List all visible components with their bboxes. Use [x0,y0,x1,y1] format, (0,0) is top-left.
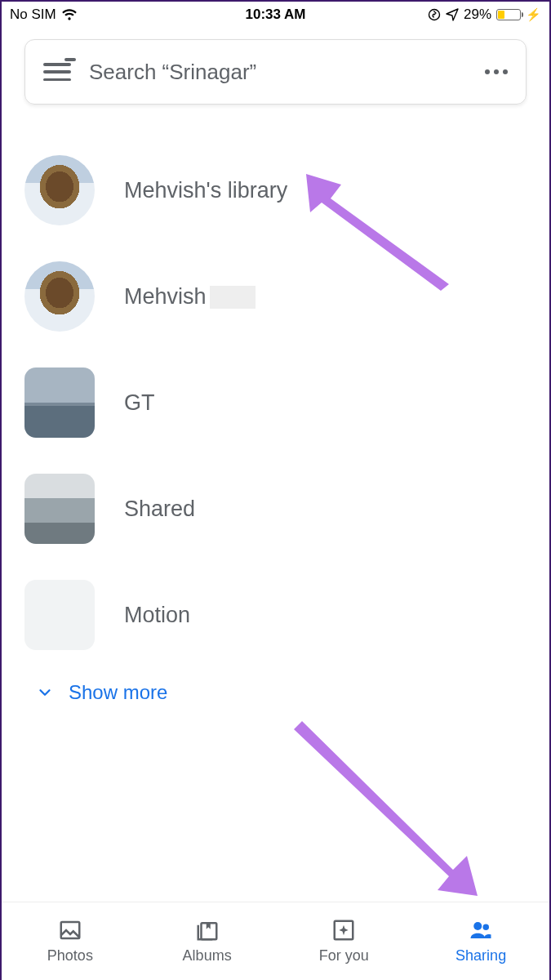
tab-label: Albums [183,947,232,964]
battery-icon [496,9,521,20]
list-item[interactable]: GT [24,350,527,456]
album-thumbnail [24,474,95,544]
status-right: 29% ⚡ [428,7,541,23]
svg-point-5 [483,924,490,931]
avatar [24,155,95,225]
list-item-label: Mehvish's library [124,178,287,203]
photos-icon [58,918,82,942]
search-placeholder[interactable]: Search “Srinagar” [89,60,467,85]
tab-albums[interactable]: Albums [139,902,276,980]
album-thumbnail [24,580,95,650]
hamburger-menu-icon[interactable] [43,63,71,81]
avatar [24,261,95,332]
list-item-label: GT [124,390,155,416]
location-icon [446,8,459,21]
albums-icon [195,918,220,942]
show-more-label: Show more [69,681,167,704]
search-bar[interactable]: Search “Srinagar” [24,39,527,105]
sharing-icon [469,918,493,942]
annotation-arrow-icon [286,715,490,902]
show-more-button[interactable]: Show more [24,673,527,712]
more-options-icon[interactable] [485,69,508,74]
search-bar-container: Search “Srinagar” [2,28,549,113]
status-left: No SIM [10,7,78,23]
status-time: 10:33 AM [245,7,305,23]
list-item[interactable]: Shared [24,456,527,562]
tab-photos[interactable]: Photos [2,902,139,980]
wifi-icon [61,8,78,21]
status-bar: No SIM 10:33 AM 29% ⚡ [2,2,549,28]
redacted-text [210,286,256,309]
tab-label: For you [319,947,369,964]
list-item[interactable]: Motion [24,562,527,668]
tab-for-you[interactable]: For you [276,902,413,980]
list-item[interactable]: Mehvish's library [24,137,527,243]
rotation-lock-icon [428,8,441,21]
chevron-down-icon [36,684,54,702]
tab-label: Sharing [455,947,506,964]
album-thumbnail [24,368,95,438]
charging-icon: ⚡ [526,7,541,22]
list-item[interactable]: Mehvish [24,243,527,350]
list-item-label: Shared [124,497,195,522]
svg-point-4 [473,922,482,930]
battery-percent: 29% [464,7,491,23]
list-item-label: Motion [124,603,190,628]
carrier-text: No SIM [10,7,56,23]
bottom-nav: Photos Albums For you Sharing [2,902,549,980]
list-item-label: Mehvish [124,284,256,310]
tab-sharing[interactable]: Sharing [412,902,549,980]
tab-label: Photos [47,947,93,964]
sharing-list: Mehvish's library Mehvish GT Shared Moti… [2,113,549,712]
notification-dot-icon [64,58,76,61]
for-you-icon [331,918,356,942]
